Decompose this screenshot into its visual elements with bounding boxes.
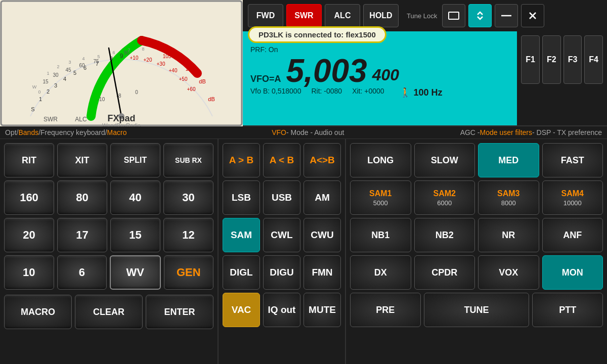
row-mode-2: SAM CWL CWU [223,218,341,252]
nb2-button[interactable]: NB2 [414,218,475,252]
band-80-button[interactable]: 80 [57,180,107,215]
row-controls: RIT XIT SPLIT SUB RX [4,143,213,177]
svg-text:60: 60 [79,63,85,68]
svg-text:+10: +10 [130,55,139,61]
rit-button[interactable]: RIT [4,143,54,177]
sub-rx-button[interactable]: SUB RX [163,143,213,177]
nav-freq-keyboard[interactable]: Frequency keyboard [40,128,105,136]
svg-text:+20: +20 [144,57,152,63]
close-button[interactable] [521,4,544,27]
anf-button[interactable]: ANF [542,218,603,252]
split-button[interactable]: SPLIT [110,143,160,177]
med-button[interactable]: MED [478,143,539,177]
sam2-button[interactable]: SAM2 6000 [414,180,475,215]
row-dx: DX CPDR VOX MON [350,255,603,290]
gen-button[interactable]: GEN [164,255,214,290]
a-to-b-button[interactable]: A > B [223,143,260,177]
sam4-button[interactable]: SAM4 10000 [542,180,603,215]
clear-button[interactable]: CLEAR [75,295,143,329]
band-15-button[interactable]: 15 [110,218,160,252]
band-20-button[interactable]: 20 [4,218,54,252]
svg-text:9: 9 [120,53,123,60]
sam1-button[interactable]: SAM1 5000 [350,180,411,215]
xit-button[interactable]: XIT [57,143,107,177]
a-from-b-button[interactable]: A < B [263,143,300,177]
mute-button[interactable]: MUTE [304,293,341,327]
tune-lock-window-button[interactable] [442,4,465,27]
nav-opt[interactable]: Opt [5,128,17,136]
f4-button[interactable]: F4 [584,35,603,84]
vox-button[interactable]: VOX [478,255,539,290]
f1-button[interactable]: F1 [521,35,540,84]
sam3-button[interactable]: SAM3 8000 [478,180,539,215]
nr-button[interactable]: NR [478,218,539,252]
minimize-button[interactable] [495,4,518,27]
f2-button[interactable]: F2 [542,35,561,84]
wv-button[interactable]: WV [110,255,161,290]
vfo-label: VFO=A [250,74,281,84]
svg-text:6: 6 [112,50,115,55]
ptt-button[interactable]: PTT [532,293,603,327]
fwd-button[interactable]: FWD [248,4,283,27]
long-button[interactable]: LONG [350,143,411,177]
alc-button[interactable]: ALC [325,4,360,27]
am-button[interactable]: AM [304,180,341,215]
row-bands-1: 160 80 40 30 [4,180,213,215]
cwl-button[interactable]: CWL [263,218,300,252]
macro-button[interactable]: MACRO [4,295,72,329]
f3-button[interactable]: F3 [563,35,582,84]
mon-button[interactable]: MON [542,255,603,290]
band-160-button[interactable]: 160 [4,180,54,215]
slow-button[interactable]: SLOW [414,143,475,177]
digu-button[interactable]: DIGU [263,255,300,290]
band-12-button[interactable]: 12 [163,218,213,252]
svg-text:45: 45 [65,67,71,73]
svg-text:8: 8 [142,47,144,52]
tune-lock-arrows-button[interactable] [468,4,492,27]
top-section: S 1 2 3 4 5 6 7 8 9 +10 +20 +30 +40 +50 … [0,0,607,126]
band-17-button[interactable]: 17 [57,218,107,252]
vfo-b-line: Vfo B: 0,518000 Rit: -0080 Xit: +0000 🚶 … [250,87,509,98]
fmn-button[interactable]: FMN [304,255,341,290]
row-transmit: PRE TUNE PTT [350,293,603,327]
sam-button[interactable]: SAM [223,218,260,252]
right-panel: FWD SWR ALC HOLD Tune Lock [243,0,607,125]
iq-out-button[interactable]: IQ out [263,293,300,327]
f-buttons-panel: F1 F2 F3 F4 [517,31,607,125]
cpdr-button[interactable]: CPDR [414,255,475,290]
row-macro-controls: MACRO CLEAR ENTER [4,295,213,329]
svg-text:5: 5 [73,70,76,76]
step-icon: 🚶 [400,87,411,98]
band-30-button[interactable]: 30 [163,180,213,215]
nb1-button[interactable]: NB1 [350,218,411,252]
row-agc: LONG SLOW MED FAST [350,143,603,177]
nav-macro[interactable]: Macro [107,128,127,136]
fast-button[interactable]: FAST [542,143,603,177]
svg-text:3: 3 [54,82,57,88]
svg-text:105: 105 [163,54,171,59]
svg-text:4: 4 [63,76,66,82]
band-6-button[interactable]: 6 [57,255,107,290]
hold-button[interactable]: HOLD [363,4,399,27]
connection-text: PD3LK is connected to: flex1500 [258,30,376,39]
band-10-button[interactable]: 10 [4,255,54,290]
a-swap-b-button[interactable]: A<>B [304,143,341,177]
lsb-button[interactable]: LSB [223,180,260,215]
svg-text:120: 120 [186,66,194,72]
nav-bands[interactable]: Bands [18,128,38,136]
svg-text:4: 4 [82,56,84,61]
vac-button[interactable]: VAC [223,293,260,327]
cwu-button[interactable]: CWU [304,218,341,252]
digl-button[interactable]: DIGL [223,255,260,290]
svg-text:FXpad: FXpad [107,113,135,123]
usb-button[interactable]: USB [263,180,300,215]
swr-button[interactable]: SWR [286,4,322,27]
enter-button[interactable]: ENTER [146,295,213,329]
svg-text:W: W [32,84,37,89]
pre-button[interactable]: PRE [350,293,421,327]
svg-text:+30: +30 [157,61,165,67]
svg-text:1: 1 [39,96,42,102]
tune-button[interactable]: TUNE [424,293,530,327]
band-40-button[interactable]: 40 [110,180,160,215]
dx-button[interactable]: DX [350,255,411,290]
